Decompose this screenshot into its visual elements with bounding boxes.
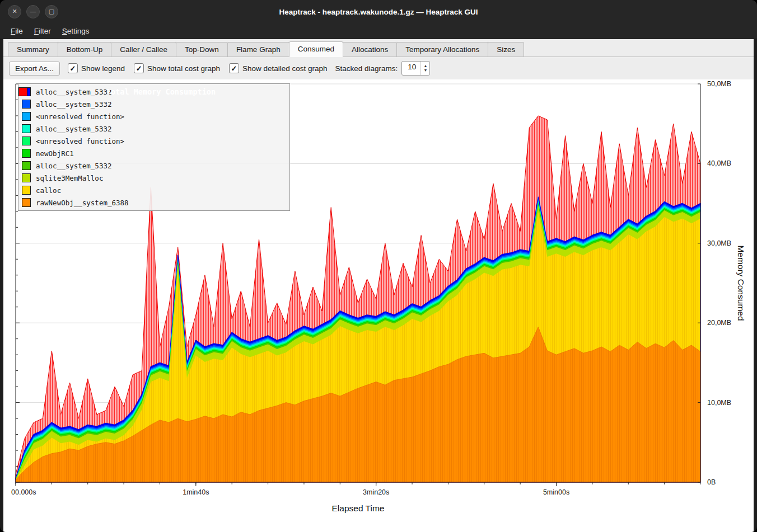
legend-swatch-icon (22, 112, 31, 121)
app-content: SummaryBottom-UpCaller / CalleeTop-DownF… (3, 39, 754, 532)
tab-temporary-allocations[interactable]: Temporary Allocations (396, 42, 488, 57)
checkbox-label: Show total cost graph (147, 64, 220, 73)
memory-chart-area: 0B10,0MB20,0MB30,0MB40,0MB50,0MB00.000s1… (3, 79, 754, 532)
window-title: Heaptrack - heaptrack.wakunode.1.gz — He… (0, 8, 757, 16)
chart-legend: Total Memory Consumptionalloc__system_53… (18, 83, 290, 211)
checkbox-group: ✓Show legend✓Show total cost graph✓Show … (68, 63, 328, 73)
legend-item: rawNewObj__system_6388 (22, 196, 286, 209)
legend-swatch-icon (18, 87, 27, 96)
export-as-button[interactable]: Export As... (9, 62, 60, 76)
tab-sizes[interactable]: Sizes (488, 42, 524, 57)
spin-up-icon[interactable]: ▲ (423, 64, 427, 68)
checkbox-show-legend[interactable]: ✓Show legend (68, 63, 125, 73)
tab-consumed[interactable]: Consumed (289, 41, 343, 57)
svg-text:3min20s: 3min20s (363, 488, 389, 496)
stacked-diagrams-label: Stacked diagrams: (335, 64, 398, 73)
legend-swatch-icon (22, 186, 31, 195)
legend-label: sqlite3MemMalloc (36, 174, 103, 182)
legend-item: alloc__system_5332 (22, 159, 286, 172)
checkbox-box-icon[interactable]: ✓ (229, 63, 239, 73)
app-window: ✕ — ▢ Heaptrack - heaptrack.wakunode.1.g… (0, 0, 757, 532)
legend-swatch-icon (22, 124, 31, 133)
tab-caller-callee[interactable]: Caller / Callee (111, 42, 176, 57)
minimize-icon[interactable]: — (26, 5, 40, 18)
stacked-diagrams-value[interactable]: 10 (402, 62, 420, 75)
svg-text:50,0MB: 50,0MB (707, 80, 731, 88)
checkbox-show-total-cost-graph[interactable]: ✓Show total cost graph (134, 63, 220, 73)
legend-item: calloc (22, 184, 286, 196)
legend-swatch-icon (22, 198, 31, 207)
legend-label: newObjRC1 (36, 149, 74, 158)
svg-text:1min40s: 1min40s (183, 488, 209, 496)
legend-title-row: Total Memory Consumption (18, 86, 289, 98)
chart-toolbar: Export As... ✓Show legend✓Show total cos… (3, 57, 754, 79)
svg-text:0B: 0B (707, 478, 716, 486)
tab-top-down[interactable]: Top-Down (176, 42, 228, 57)
svg-text:Elapsed Time: Elapsed Time (332, 503, 385, 513)
legend-label: rawNewObj__system_6388 (36, 199, 129, 207)
checkbox-label: Show detailed cost graph (242, 64, 328, 73)
checkbox-box-icon[interactable]: ✓ (134, 63, 144, 73)
legend-item: alloc__system_5332 (22, 98, 286, 110)
legend-label: <unresolved function> (36, 112, 124, 121)
legend-item: <unresolved function> (22, 135, 286, 147)
titlebar: ✕ — ▢ Heaptrack - heaptrack.wakunode.1.g… (0, 0, 757, 23)
legend-item: newObjRC1 (22, 147, 286, 159)
legend-swatch-icon (22, 161, 31, 170)
menu-file[interactable]: File (6, 25, 28, 37)
menu-filter[interactable]: Filter (29, 25, 56, 37)
legend-label: alloc__system_5332 (36, 100, 111, 109)
legend-swatch-icon (22, 100, 31, 109)
spin-down-icon[interactable]: ▼ (423, 68, 427, 73)
legend-item: sqlite3MemMalloc (22, 172, 286, 184)
checkbox-show-detailed-cost-graph[interactable]: ✓Show detailed cost graph (229, 63, 328, 73)
svg-text:10,0MB: 10,0MB (707, 399, 731, 407)
checkbox-label: Show legend (81, 64, 125, 73)
stacked-diagrams-control: Stacked diagrams: 10 ▲▼ (335, 61, 431, 76)
legend-swatch-icon (22, 173, 31, 182)
svg-text:30,0MB: 30,0MB (707, 239, 731, 247)
legend-item: alloc__system_5332 (22, 123, 286, 135)
legend-swatch-icon (22, 136, 31, 145)
svg-text:00.000s: 00.000s (11, 488, 36, 496)
window-controls: ✕ — ▢ (8, 5, 58, 18)
legend-label: alloc__system_5332 (36, 162, 111, 170)
legend-label: calloc (36, 186, 61, 195)
svg-text:Memory Consumed: Memory Consumed (736, 245, 746, 321)
legend-item: <unresolved function> (22, 110, 286, 123)
spinbox-arrows[interactable]: ▲▼ (420, 62, 429, 75)
legend-label: alloc__system_5332 (36, 125, 111, 133)
menubar: FileFilterSettings (0, 23, 757, 39)
svg-text:5min00s: 5min00s (543, 488, 569, 496)
close-icon[interactable]: ✕ (8, 5, 21, 18)
legend-label: Total Memory Consumption (32, 87, 289, 96)
menu-settings[interactable]: Settings (57, 25, 95, 37)
tab-flame-graph[interactable]: Flame Graph (227, 42, 289, 57)
tab-bottom-up[interactable]: Bottom-Up (58, 42, 112, 57)
maximize-icon[interactable]: ▢ (45, 5, 58, 18)
svg-text:20,0MB: 20,0MB (707, 319, 731, 327)
svg-text:40,0MB: 40,0MB (707, 159, 731, 167)
tab-summary[interactable]: Summary (8, 42, 58, 57)
stacked-diagrams-spinbox[interactable]: 10 ▲▼ (401, 61, 430, 76)
tab-bar: SummaryBottom-UpCaller / CalleeTop-DownF… (3, 39, 754, 57)
legend-label: <unresolved function> (36, 137, 124, 145)
checkbox-box-icon[interactable]: ✓ (68, 63, 78, 73)
tab-allocations[interactable]: Allocations (343, 42, 397, 57)
legend-swatch-icon (22, 149, 31, 158)
